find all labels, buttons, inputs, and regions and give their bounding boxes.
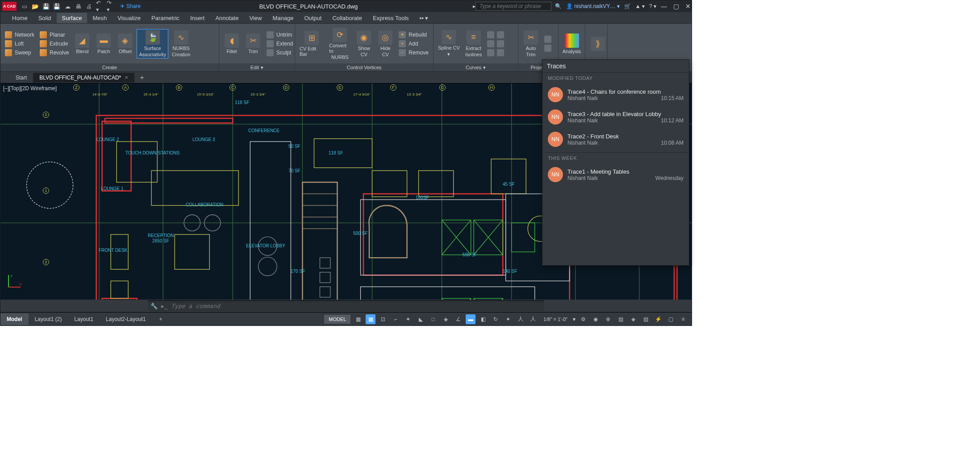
untrim-button[interactable]: Untrim bbox=[265, 31, 295, 39]
new-icon[interactable]: ▭ bbox=[21, 3, 28, 10]
tab-home[interactable]: Home bbox=[7, 13, 33, 23]
quickprops-icon[interactable]: ▤ bbox=[616, 314, 626, 324]
curve-opt-1[interactable] bbox=[485, 31, 506, 39]
nurbs-creation-button[interactable]: ∿NURBSCreation bbox=[170, 29, 192, 58]
tab-output[interactable]: Output bbox=[299, 13, 327, 23]
tab-surface[interactable]: Surface bbox=[57, 13, 88, 23]
trace-item[interactable]: NN Trace2 - Front Desk Nishant Naik10:08… bbox=[542, 128, 689, 150]
grid-display-icon[interactable]: ▦ bbox=[353, 314, 363, 324]
share-button[interactable]: ✈ Share bbox=[117, 3, 144, 9]
maximize-button[interactable]: ▢ bbox=[673, 3, 679, 10]
web-open-icon[interactable]: ☁ bbox=[64, 3, 71, 10]
offset-button[interactable]: ◈Offset bbox=[115, 33, 135, 55]
search-icon[interactable]: 🔍 bbox=[555, 3, 562, 9]
app-logo[interactable]: A CAD bbox=[2, 2, 17, 11]
tab-manage[interactable]: Manage bbox=[267, 13, 299, 23]
autotrim-button[interactable]: ✂AutoTrim bbox=[521, 29, 541, 58]
surface-associativity-button[interactable]: 🍃SurfaceAssociativity bbox=[137, 29, 168, 58]
close-tab-icon[interactable]: ✕ bbox=[125, 75, 128, 80]
plot-icon[interactable]: 🖶 bbox=[75, 3, 82, 10]
tab-expresstools[interactable]: Express Tools bbox=[367, 13, 414, 23]
units-icon[interactable]: ⊕ bbox=[603, 314, 613, 324]
search-input[interactable] bbox=[475, 2, 551, 11]
isolate-icon[interactable]: ▤ bbox=[641, 314, 651, 324]
customize-status-icon[interactable]: ≡ bbox=[678, 314, 688, 324]
ucs-icon[interactable]: X Y bbox=[5, 273, 23, 291]
annomon-icon[interactable]: 人 bbox=[516, 314, 525, 324]
command-input[interactable] bbox=[171, 303, 542, 309]
tab-insert[interactable]: Insert bbox=[185, 13, 210, 23]
view-label[interactable]: [–][Top][2D Wireframe] bbox=[3, 85, 57, 92]
proj-opt-1[interactable] bbox=[542, 35, 553, 43]
snap-icon[interactable]: ▦ bbox=[366, 314, 375, 324]
fillet-button[interactable]: ◖Fillet bbox=[222, 33, 242, 55]
trace-item[interactable]: NN Trace4 - Chairs for conference room N… bbox=[542, 83, 689, 106]
ws-switch-icon[interactable]: ⚙ bbox=[578, 314, 588, 324]
trace-item[interactable]: NN Trace1 - Meeting Tables Nishant NaikW… bbox=[542, 163, 689, 186]
tab-mesh[interactable]: Mesh bbox=[87, 13, 112, 23]
infer-icon[interactable]: ⊡ bbox=[378, 314, 388, 324]
panel-label-curves[interactable]: Curves ▾ bbox=[434, 63, 518, 71]
curve-opt-2[interactable] bbox=[485, 40, 506, 48]
revolve-button[interactable]: Revolve bbox=[38, 49, 71, 57]
layout1-2-tab[interactable]: Layout1 (2) bbox=[29, 313, 68, 325]
layout2-tab[interactable]: Layout2-Layout1 bbox=[100, 313, 152, 325]
command-line[interactable]: 🔧 ▸_ bbox=[148, 300, 544, 311]
model-tab[interactable]: Model bbox=[0, 313, 29, 325]
user-menu[interactable]: 👤 nishant.naikVY… ▾ bbox=[566, 3, 620, 9]
help-icon[interactable]: ? ▾ bbox=[649, 3, 656, 9]
new-tab-button[interactable]: ＋ bbox=[134, 72, 150, 83]
minimize-button[interactable]: — bbox=[661, 3, 667, 10]
osnap-icon[interactable]: □ bbox=[428, 314, 438, 324]
file-tab-active[interactable]: BLVD OFFICE_PLAN-AUTOCAD*✕ bbox=[33, 73, 134, 83]
remove-cv-button[interactable]: −Remove bbox=[397, 49, 430, 57]
show-cv-button[interactable]: ◉ShowCV bbox=[354, 29, 374, 58]
rebuild-button[interactable]: ✦Rebuild bbox=[397, 31, 430, 39]
autodesk-icon[interactable]: ▲ ▾ bbox=[635, 3, 645, 9]
lock-ui-icon[interactable]: ◈ bbox=[628, 314, 638, 324]
tab-annotate[interactable]: Annotate bbox=[210, 13, 244, 23]
hwacc-icon[interactable]: ⚡ bbox=[653, 314, 663, 324]
add-cv-button[interactable]: +Add bbox=[397, 40, 430, 48]
layout1-tab[interactable]: Layout1 bbox=[68, 313, 100, 325]
polar-icon[interactable]: ✦ bbox=[403, 314, 413, 324]
cleanscreen-icon[interactable]: ▢ bbox=[666, 314, 676, 324]
hide-cv-button[interactable]: ◎HideCV bbox=[375, 29, 395, 58]
3dgizmo-icon[interactable]: ✦ bbox=[503, 314, 513, 324]
trace-item[interactable]: NN Trace3 - Add table in Elevator Lobby … bbox=[542, 106, 689, 128]
tab-view[interactable]: View bbox=[244, 13, 267, 23]
panel-label-edit[interactable]: Edit ▾ bbox=[219, 63, 295, 71]
cart-icon[interactable]: 🛒 bbox=[624, 3, 631, 9]
trim-button[interactable]: ✂Trim bbox=[243, 33, 263, 55]
lineweight-icon[interactable]: ▬ bbox=[466, 314, 475, 324]
close-button[interactable]: ✕ bbox=[685, 3, 691, 10]
extend-button[interactable]: Extend bbox=[265, 40, 295, 48]
save-icon[interactable]: 💾 bbox=[42, 3, 50, 10]
redo-icon[interactable]: ↷ ▾ bbox=[107, 3, 114, 10]
splinecv-button[interactable]: ∿Spline CV▾ bbox=[436, 29, 462, 58]
network-button[interactable]: Network bbox=[3, 31, 36, 39]
tab-featured-apps[interactable]: ▪▪ ▾ bbox=[414, 13, 434, 23]
cv-editbar-button[interactable]: ⊞CV Edit Bar bbox=[298, 30, 325, 58]
open-icon[interactable]: 📂 bbox=[32, 3, 39, 10]
tab-visualize[interactable]: Visualize bbox=[112, 13, 146, 23]
ortho-icon[interactable]: ⌐ bbox=[391, 314, 400, 324]
annoscale-icon[interactable]: 人 bbox=[528, 314, 538, 324]
cmd-customize-icon[interactable]: 🔧 bbox=[150, 303, 158, 309]
planar-button[interactable]: Planar bbox=[38, 31, 71, 39]
scale-dropdown-icon[interactable]: ▾ bbox=[573, 316, 575, 322]
extrude-button[interactable]: Extrude bbox=[38, 40, 71, 48]
transparency-icon[interactable]: ◧ bbox=[478, 314, 488, 324]
cycling-icon[interactable]: ↻ bbox=[491, 314, 500, 324]
scale-display[interactable]: 1/8" = 1'-0" bbox=[541, 317, 570, 322]
3dosnap-icon[interactable]: ◈ bbox=[441, 314, 450, 324]
tab-collaborate[interactable]: Collaborate bbox=[327, 13, 367, 23]
curve-opt-3[interactable] bbox=[485, 49, 506, 57]
sculpt-button[interactable]: Sculpt bbox=[265, 49, 295, 57]
undo-icon[interactable]: ↶ ▾ bbox=[96, 3, 103, 10]
isodraft-icon[interactable]: ◣ bbox=[416, 314, 425, 324]
proj-opt-2[interactable] bbox=[542, 44, 553, 52]
modelspace-button[interactable]: MODEL bbox=[324, 315, 350, 324]
otrack-icon[interactable]: ∠ bbox=[453, 314, 463, 324]
print-icon[interactable]: 🖨 bbox=[85, 3, 92, 10]
